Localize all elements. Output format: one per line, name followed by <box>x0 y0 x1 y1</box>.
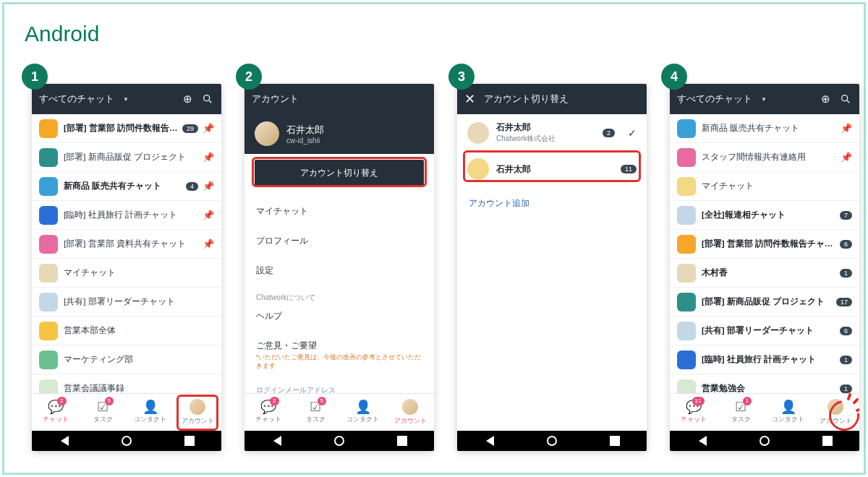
step-badge-4: 4 <box>661 64 687 90</box>
account-row[interactable]: 石井太郎Chatwork株式会社2✓ <box>457 114 647 151</box>
chat-row[interactable]: [部署] 新商品販促 プロジェクト17 <box>670 288 859 317</box>
recents-icon[interactable] <box>610 436 620 446</box>
unread-badge: 17 <box>836 298 852 306</box>
chat-avatar-icon <box>677 264 696 283</box>
chat-list[interactable]: 新商品 販売共有チャット📌スタッフ間情報共有連絡用📌マイチャット[全社]報連相チ… <box>670 114 859 393</box>
chat-title: [部署] 営業部 訪問件数報告チ… <box>58 123 182 134</box>
android-nav-bar <box>670 431 859 451</box>
chat-row[interactable]: マイチャット <box>32 259 221 288</box>
account-name: 石井太郎 <box>496 163 613 176</box>
chat-avatar-icon <box>39 119 58 138</box>
menu-settings[interactable]: 設定 <box>244 256 434 285</box>
chat-row[interactable]: [臨時] 社員旅行 計画チャット1 <box>670 345 859 374</box>
unread-badge: 6 <box>840 240 852 249</box>
chat-title: 営業勉強会 <box>696 383 840 393</box>
chat-row[interactable]: [部署] 営業部 訪問件数報告チャ…6 <box>670 230 859 259</box>
avatar <box>255 121 279 146</box>
chat-avatar-icon <box>39 235 58 254</box>
chat-title: マーケティング部 <box>58 354 214 365</box>
tab-contact[interactable]: 👤コンタクト <box>339 394 387 431</box>
badge-count: 2 <box>57 397 66 405</box>
recents-icon[interactable] <box>397 436 407 446</box>
chat-filter-dropdown[interactable]: すべてのチャット <box>39 93 114 106</box>
chat-avatar-icon <box>39 293 58 311</box>
add-icon[interactable]: ⊕ <box>819 93 832 106</box>
tab-chat[interactable]: 💬チャット11 <box>670 394 718 431</box>
tab-chat[interactable]: 💬チャット2 <box>32 394 80 431</box>
chat-filter-dropdown[interactable]: すべてのチャット <box>677 93 752 106</box>
tab-task[interactable]: ☑タスク5 <box>80 394 127 431</box>
chat-list[interactable]: [部署] 営業部 訪問件数報告チ…29📌[部署] 新商品販促 プロジェクト📌新商… <box>32 114 221 393</box>
chat-avatar-icon <box>677 293 696 311</box>
chat-row[interactable]: スタッフ間情報共有連絡用📌 <box>670 143 859 172</box>
chat-row[interactable]: マーケティング部 <box>32 345 221 374</box>
chat-avatar-icon <box>39 177 58 196</box>
tab-contact[interactable]: 👤コンタクト <box>765 394 812 431</box>
page-title: Android <box>25 22 99 46</box>
menu-feedback[interactable]: ご意見・ご要望 <box>244 331 434 353</box>
menu-profile[interactable]: プロフィール <box>244 226 434 256</box>
home-icon[interactable] <box>760 436 770 446</box>
chat-title: [部署] 営業部 資料共有チャット <box>58 239 198 249</box>
add-icon[interactable]: ⊕ <box>181 93 194 106</box>
svg-point-2 <box>842 95 848 101</box>
recents-icon[interactable] <box>184 436 195 446</box>
home-icon[interactable] <box>547 436 557 446</box>
close-icon[interactable]: ✕ <box>464 91 475 107</box>
chat-avatar-icon <box>677 177 696 196</box>
chat-row[interactable]: マイチャット <box>670 172 859 201</box>
account-row[interactable]: 石井太郎11 <box>457 151 647 187</box>
chat-row[interactable]: [全社]報連相チャット7 <box>670 201 859 230</box>
back-icon[interactable] <box>59 436 69 446</box>
chevron-down-icon[interactable]: ▼ <box>119 96 133 103</box>
chat-row[interactable]: 営業勉強会1 <box>670 374 859 393</box>
screen-title: アカウント切り替え <box>484 93 569 106</box>
menu-mychat[interactable]: マイチャット <box>244 197 434 226</box>
menu-help[interactable]: ヘルプ <box>244 306 434 331</box>
chat-avatar-icon <box>677 206 696 225</box>
tab-chat[interactable]: 💬チャット2 <box>244 394 292 431</box>
chevron-down-icon[interactable]: ▼ <box>757 96 771 103</box>
switch-account-button[interactable]: アカウント切り替え <box>255 160 424 186</box>
chat-title: [共有] 部署リーダーチャット <box>58 296 214 307</box>
pin-icon: 📌 <box>203 181 214 192</box>
bottom-nav: 💬チャット2 ☑タスク5 👤コンタクト アカウント <box>32 393 221 431</box>
appbar: すべてのチャット ▼ ⊕ <box>32 84 221 114</box>
chat-avatar-icon <box>677 235 696 254</box>
chat-title: マイチャット <box>696 181 852 192</box>
chat-row[interactable]: [臨時] 社員旅行 計画チャット📌 <box>32 201 221 230</box>
back-icon[interactable] <box>271 436 281 446</box>
tab-label: コンタクト <box>346 415 379 424</box>
search-icon[interactable] <box>201 93 214 106</box>
home-icon[interactable] <box>122 436 132 446</box>
chat-row[interactable]: [部署] 営業部 訪問件数報告チ…29📌 <box>32 114 221 143</box>
back-icon[interactable] <box>697 436 707 446</box>
chat-row[interactable]: [部署] 新商品販促 プロジェクト📌 <box>32 143 221 172</box>
chat-row[interactable]: 新商品 販売共有チャット4📌 <box>32 172 221 201</box>
tab-account[interactable]: アカウント <box>812 394 860 431</box>
tab-task[interactable]: ☑タスク1 <box>718 394 765 431</box>
chat-row[interactable]: 木村香1 <box>670 259 859 288</box>
home-icon[interactable] <box>334 436 344 446</box>
tab-contact[interactable]: 👤コンタクト <box>127 394 174 431</box>
chat-title: マイチャット <box>58 267 214 278</box>
recents-icon[interactable] <box>822 436 833 446</box>
back-icon[interactable] <box>484 436 494 446</box>
tab-account[interactable]: アカウント <box>174 394 222 431</box>
android-nav-bar <box>32 431 221 451</box>
chat-row[interactable]: [部署] 営業部 資料共有チャット📌 <box>32 230 221 259</box>
search-icon[interactable] <box>839 93 852 106</box>
badge-count: 11 <box>692 397 705 405</box>
pin-icon: 📌 <box>203 210 214 220</box>
chat-row[interactable]: 営業会議議事録 <box>32 374 221 393</box>
android-nav-bar <box>457 431 647 451</box>
chat-row[interactable]: [共有] 部署リーダーチャット <box>32 288 221 317</box>
chat-row[interactable]: 営業本部全体 <box>32 317 221 345</box>
tab-task[interactable]: ☑タスク5 <box>292 394 340 431</box>
chat-row[interactable]: 新商品 販売共有チャット📌 <box>670 114 859 143</box>
chat-avatar-icon <box>677 379 696 394</box>
add-account-link[interactable]: アカウント追加 <box>457 187 647 220</box>
tab-account[interactable]: アカウント <box>387 394 435 431</box>
chat-row[interactable]: [共有] 部署リーダーチャット6 <box>670 317 859 345</box>
account-name: 石井太郎 <box>496 121 595 134</box>
